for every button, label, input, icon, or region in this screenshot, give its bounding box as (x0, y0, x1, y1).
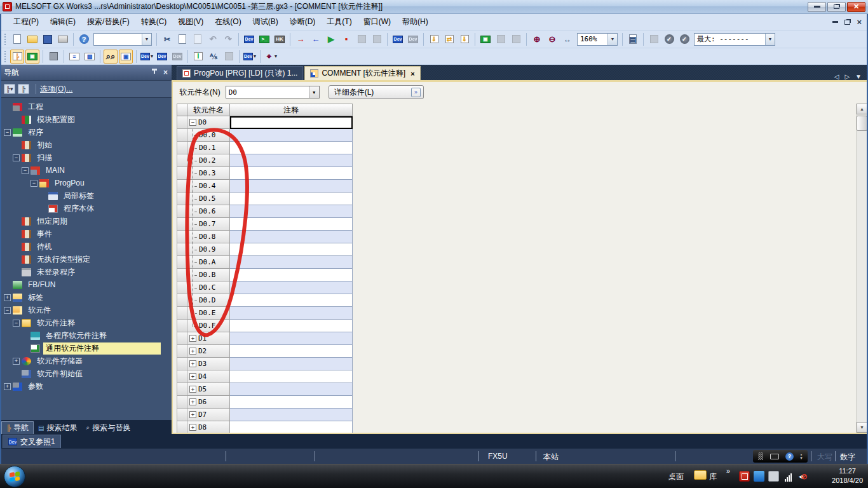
tree-item-3[interactable]: 初始 (0, 139, 172, 151)
menu-item-10[interactable]: 帮助(H) (397, 14, 434, 30)
device-name-cell[interactable]: +D6 (187, 396, 230, 409)
row-header-cell[interactable] (177, 269, 187, 281)
statement-3-icon[interactable]: ⇓ (458, 32, 471, 46)
network-signal-icon[interactable] (783, 471, 794, 482)
expander-minus-icon[interactable]: − (22, 167, 29, 174)
combo-dropdown-icon[interactable]: ▼ (142, 34, 151, 45)
row-header-cell[interactable] (177, 256, 187, 269)
nav-bottom-tab-2[interactable]: ⌕搜索与替换 (82, 421, 135, 434)
help-circle-icon[interactable]: ? (785, 452, 794, 461)
device-name-cell[interactable]: +D3 (187, 358, 230, 370)
connection-destination-icon[interactable]: ▣ (25, 50, 39, 64)
tray-app-icon[interactable] (754, 471, 764, 482)
tree-item-11[interactable]: 待机 (0, 240, 172, 253)
expander-minus-icon[interactable]: − (4, 129, 11, 136)
tree-item-0[interactable]: 工程 (0, 100, 172, 113)
device-name-cell[interactable]: D0.F (187, 320, 230, 332)
device-name-cell[interactable]: D0.4 (187, 180, 230, 193)
statement-1-icon[interactable]: ⇓ (427, 32, 441, 46)
help-icon[interactable]: ? (77, 32, 91, 46)
tree-item-14[interactable]: FB/FUN (0, 278, 172, 291)
expander-plus-icon[interactable]: + (189, 386, 196, 393)
device-name-cell[interactable]: D0.6 (187, 205, 230, 218)
row-header-cell[interactable] (177, 154, 187, 167)
tree-item-1[interactable]: 模块配置图 (0, 113, 172, 126)
comment-cell[interactable] (230, 154, 353, 167)
expander-plus-icon[interactable]: + (189, 348, 196, 355)
zoom-out-icon[interactable]: ⊖ (545, 32, 559, 46)
document-tab-0[interactable]: ProgPou [PRG] [LD] (只读) 1... (177, 66, 303, 80)
menu-item-0[interactable]: 工程(P) (8, 14, 44, 30)
detail-condition-button[interactable]: 详细条件(L) » (329, 85, 424, 99)
menu-item-3[interactable]: 转换(C) (135, 14, 173, 30)
combo-dropdown-icon[interactable]: ▼ (607, 34, 617, 45)
tray-clipboard-icon[interactable] (768, 471, 779, 482)
mdi-minimize-button[interactable] (832, 21, 838, 23)
tree-item-2[interactable]: −程序 (0, 126, 172, 139)
device-name-cell[interactable]: D0.D (187, 294, 230, 307)
expander-minus-icon[interactable]: − (4, 307, 11, 314)
comment-cell[interactable] (230, 345, 353, 358)
vertical-scrollbar[interactable]: ▲ ▼ (856, 104, 867, 433)
expander-plus-icon[interactable]: + (189, 360, 196, 367)
tree-collapse-icon[interactable]: ╠▾ (4, 84, 15, 94)
row-header-cell[interactable] (177, 409, 187, 421)
zoom-combo[interactable]: 160%▼ (577, 33, 618, 46)
comment-display-icon[interactable]: ▤ (626, 32, 640, 46)
monitor-start-icon[interactable]: >_ (257, 32, 271, 46)
tree-item-17[interactable]: −软元件注释 (0, 316, 172, 329)
tree-item-5[interactable]: −MAIN (0, 164, 172, 177)
tree-item-6[interactable]: −ProgPou (0, 177, 172, 189)
tab-close-icon[interactable]: × (410, 70, 414, 78)
library-folder-icon[interactable] (694, 470, 707, 480)
open-project-icon[interactable] (25, 32, 39, 46)
expander-plus-icon[interactable]: + (13, 358, 20, 365)
tree-item-9[interactable]: 恒定周期 (0, 215, 172, 227)
device-name-cell[interactable]: D0.5 (187, 193, 230, 205)
comment-cell[interactable] (230, 421, 353, 433)
library-label[interactable]: 库 (709, 471, 717, 482)
row-header-cell[interactable] (177, 142, 187, 154)
document-tab-1[interactable]: COMMENT [软元件注释]× (304, 66, 420, 80)
row-header-cell[interactable] (177, 116, 187, 129)
io-check-icon[interactable]: ⅍ (207, 50, 220, 64)
taskbar-clock[interactable]: 11:27 2018/4/20 (832, 466, 863, 485)
cross-reference-tab[interactable]: Dev 交叉参照1 (3, 435, 61, 448)
combo-dropdown-icon[interactable]: ▼ (765, 34, 775, 45)
comment-cell[interactable] (230, 383, 353, 396)
zoom-select-dropdown-icon[interactable]: ⌖▾ (264, 50, 278, 64)
verify-green-icon[interactable]: ▶ (324, 32, 338, 46)
navigation-window-icon[interactable]: ╠ (10, 50, 24, 64)
device-display-dropdown-icon[interactable]: Dev▾ (243, 50, 257, 64)
module-configuration-icon[interactable] (46, 50, 60, 64)
row-header-cell[interactable] (177, 332, 187, 345)
volume-muted-icon[interactable]: ◄⊘ (797, 471, 808, 482)
check-program-1-icon[interactable]: ✓ (662, 32, 676, 46)
cut-icon[interactable]: ✂ (160, 32, 174, 46)
row-header-cell[interactable] (177, 421, 187, 433)
pin-icon[interactable] (151, 69, 158, 76)
comment-cell[interactable] (230, 218, 353, 231)
row-header-cell[interactable] (177, 396, 187, 409)
save-project-icon[interactable] (41, 32, 55, 46)
tree-item-13[interactable]: 未登录程序 (0, 266, 172, 278)
expander-minus-icon[interactable]: − (31, 180, 37, 187)
work-window-2-icon[interactable]: ▤ (83, 50, 97, 64)
minimize-button[interactable] (808, 2, 826, 12)
expander-plus-icon[interactable]: + (189, 373, 196, 380)
tree-item-21[interactable]: 软元件初始值 (0, 367, 172, 380)
tree-expand-icon[interactable]: ╠ (18, 84, 29, 94)
find-binoculars-icon[interactable]: ⌕⌕ (104, 50, 118, 64)
device-name-cell[interactable]: D0.2 (187, 154, 230, 167)
tray-gx-works-icon[interactable] (739, 471, 750, 482)
device-find-dropdown-icon[interactable]: Dev▾ (140, 50, 154, 64)
find-window-icon[interactable]: ▣ (119, 50, 133, 64)
tree-item-18[interactable]: 各程序软元件注释 (0, 329, 172, 342)
device-find-icon[interactable]: Dev (242, 32, 256, 46)
row-header-cell[interactable] (177, 167, 187, 180)
comment-cell[interactable] (230, 269, 353, 281)
language-bar[interactable]: ? ▪▾ (753, 450, 808, 463)
tab-scroll-left-icon[interactable]: ◁ (834, 73, 839, 80)
menu-item-7[interactable]: 诊断(D) (284, 14, 322, 30)
comment-cell[interactable] (230, 142, 353, 154)
